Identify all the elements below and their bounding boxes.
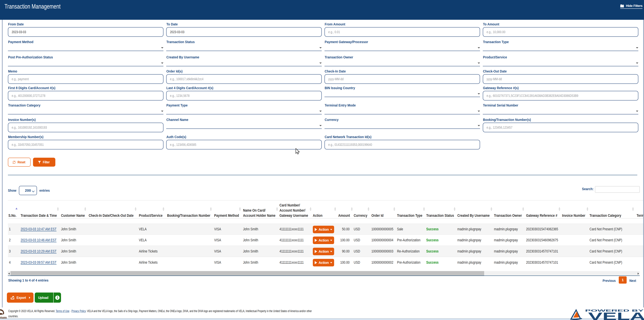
svg-text:atum: atum [0,315,7,320]
svg-text:VELA: VELA [588,310,644,320]
